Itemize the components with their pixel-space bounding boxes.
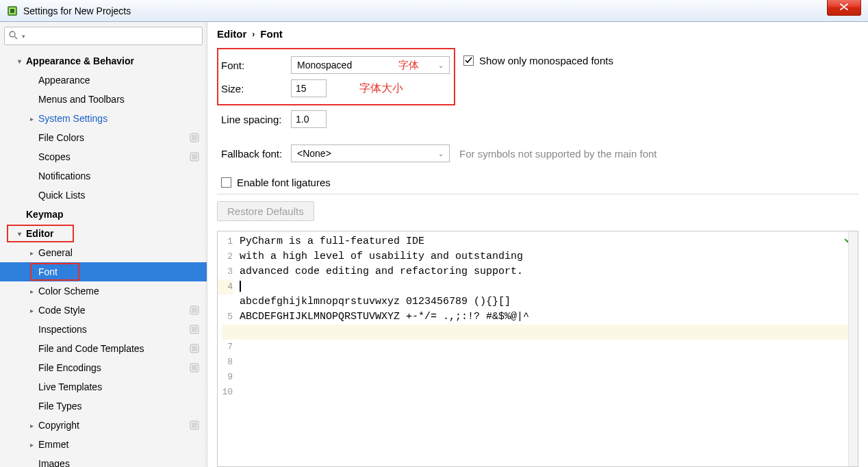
sidebar-item-label: System Settings	[37, 113, 207, 124]
font-value: Monospaced	[297, 60, 352, 71]
annotation-highlight-group: Font: Monospaced 字体 ⌄ Size: 字体大小	[217, 48, 455, 105]
svg-rect-6	[192, 135, 197, 140]
linespacing-label: Line spacing:	[221, 114, 291, 125]
close-button[interactable]	[827, 0, 861, 16]
size-label: Size:	[221, 83, 291, 94]
breadcrumb: Editor › Font	[207, 22, 868, 45]
settings-tree: ▾ Appearance & Behavior Appearance Menus…	[0, 50, 207, 467]
sidebar-item-label: Code Style	[37, 305, 189, 316]
sidebar-item-label: File Encodings	[37, 362, 189, 373]
sidebar-item-images[interactable]: Images	[0, 454, 207, 467]
search-input[interactable]	[25, 31, 198, 42]
close-icon	[840, 3, 848, 12]
sidebar-item-label: Appearance & Behavior	[25, 55, 207, 66]
window-title: Settings for New Projects	[23, 5, 131, 16]
project-scope-icon	[189, 324, 200, 335]
font-preview[interactable]: 12345678910 PyCharm is a full-featured I…	[217, 231, 858, 467]
sidebar-item-label: General	[37, 247, 207, 258]
sidebar-item-label: Menus and Toolbars	[37, 94, 207, 105]
restore-defaults-button[interactable]: Restore Defaults	[217, 201, 314, 221]
project-scope-icon	[189, 305, 200, 316]
sidebar-item-menus-toolbars[interactable]: Menus and Toolbars	[0, 90, 207, 109]
sidebar-item-label: Notifications	[37, 171, 207, 181]
sidebar-item-label: Live Templates	[37, 381, 207, 392]
sidebar-item-appearance-behavior[interactable]: ▾ Appearance & Behavior	[0, 51, 207, 71]
show-monospaced-checkbox[interactable]	[463, 55, 474, 66]
chevron-down-icon: ▾	[14, 58, 25, 65]
svg-rect-8	[192, 154, 197, 160]
sidebar-item-general[interactable]: ▸General	[0, 243, 207, 262]
fallback-combobox[interactable]: <None> ⌄	[291, 144, 450, 162]
sidebar-item-label: Keymap	[25, 209, 207, 220]
sidebar-item-editor[interactable]: ▾ Editor	[0, 224, 207, 243]
sidebar-item-inspections[interactable]: Inspections	[0, 320, 207, 339]
app-icon	[7, 5, 18, 16]
svg-rect-14	[192, 346, 197, 351]
svg-rect-12	[192, 327, 197, 332]
sidebar-item-scopes[interactable]: Scopes	[0, 147, 207, 166]
chevron-right-icon: ▸	[26, 307, 37, 314]
annotation-text: 字体大小	[359, 81, 403, 96]
sidebar-item-file-encodings[interactable]: File Encodings	[0, 358, 207, 377]
sidebar-item-label: Images	[37, 458, 207, 467]
chevron-down-icon: ⌄	[438, 62, 444, 69]
editor-gutter: 12345678910	[218, 231, 235, 466]
project-scope-icon	[189, 420, 200, 431]
sidebar-item-system-settings[interactable]: ▸System Settings	[0, 109, 207, 128]
sidebar-item-color-scheme[interactable]: ▸Color Scheme	[0, 281, 207, 301]
sidebar-item-appearance[interactable]: Appearance	[0, 71, 207, 90]
annotation-text: 字体	[398, 59, 419, 72]
search-icon	[9, 31, 18, 42]
font-combobox[interactable]: Monospaced 字体 ⌄	[291, 56, 450, 74]
sidebar-item-file-code-templates[interactable]: File and Code Templates	[0, 339, 207, 358]
sidebar-item-notifications[interactable]: Notifications	[0, 166, 207, 186]
breadcrumb-root[interactable]: Editor	[217, 28, 246, 40]
divider	[217, 194, 858, 194]
linespacing-input[interactable]	[291, 110, 327, 128]
chevron-right-icon: ▸	[26, 288, 37, 295]
fallback-value: <None>	[297, 148, 331, 159]
project-scope-icon	[189, 343, 200, 354]
fallback-hint: For symbols not supported by the main fo…	[459, 148, 656, 160]
sidebar-item-label: Scopes	[37, 151, 189, 162]
ligatures-label: Enable font ligatures	[237, 177, 331, 188]
sidebar-item-label: Emmet	[37, 439, 207, 450]
fallback-label: Fallback font:	[221, 148, 291, 160]
sidebar-item-quick-lists[interactable]: Quick Lists	[0, 186, 207, 205]
sidebar-item-font[interactable]: Font	[0, 262, 207, 281]
svg-line-4	[14, 36, 17, 39]
project-scope-icon	[189, 151, 200, 162]
chevron-right-icon: ▸	[26, 441, 37, 449]
chevron-right-icon: ▸	[26, 422, 37, 429]
editor-code[interactable]: PyCharm is a full-featured IDEwith a hig…	[235, 231, 858, 466]
preview-scrollbar[interactable]	[848, 231, 858, 466]
svg-rect-10	[192, 307, 197, 313]
sidebar-item-file-types[interactable]: File Types	[0, 396, 207, 416]
search-input-container[interactable]: ▾	[4, 27, 203, 45]
sidebar-item-file-colors[interactable]: File Colors	[0, 128, 207, 147]
svg-rect-2	[10, 9, 14, 13]
size-input[interactable]	[291, 79, 327, 97]
svg-rect-18	[192, 422, 197, 428]
settings-sidebar: ▾ ▾ Appearance & Behavior Appearance Men…	[0, 22, 207, 467]
sidebar-item-label: Appearance	[37, 75, 207, 86]
svg-point-3	[10, 31, 15, 37]
svg-rect-16	[192, 365, 197, 370]
sidebar-item-keymap[interactable]: Keymap	[0, 205, 207, 224]
sidebar-item-live-templates[interactable]: Live Templates	[0, 377, 207, 396]
chevron-down-icon: ▾	[14, 230, 25, 238]
sidebar-item-copyright[interactable]: ▸Copyright	[0, 416, 207, 435]
titlebar: Settings for New Projects	[0, 0, 868, 22]
ligatures-checkbox[interactable]	[221, 177, 231, 188]
project-scope-icon	[189, 132, 200, 143]
breadcrumb-current: Font	[260, 28, 282, 40]
sidebar-item-label: Quick Lists	[37, 190, 207, 201]
sidebar-item-label: Inspections	[37, 324, 189, 335]
sidebar-item-code-style[interactable]: ▸Code Style	[0, 301, 207, 320]
font-label: Font:	[221, 60, 291, 71]
sidebar-item-label: Editor	[25, 228, 207, 239]
sidebar-item-emmet[interactable]: ▸Emmet	[0, 435, 207, 454]
settings-content: Editor › Font Font: Monospaced 字体 ⌄	[207, 22, 868, 467]
sidebar-item-label: File Types	[37, 401, 207, 412]
chevron-right-icon: ▸	[26, 115, 37, 123]
